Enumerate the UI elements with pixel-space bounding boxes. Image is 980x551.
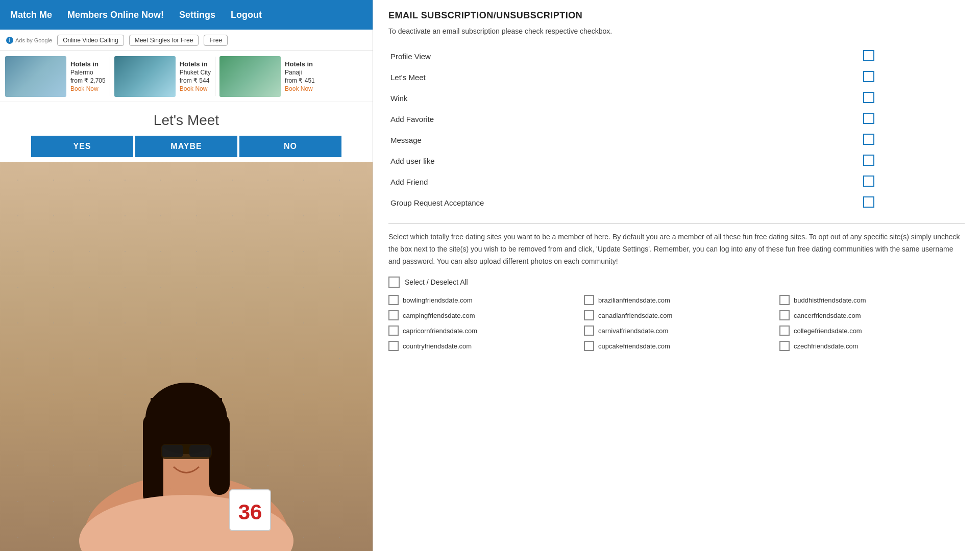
site-item-11: czechfriendsdate.com [779,341,965,351]
site-item-9: countryfriendsdate.com [388,341,574,351]
subscription-row-6: Add Friend [388,171,965,192]
hotel-card-0: Hotels in Palermo from ₹ 2,705 Book Now [5,54,106,98]
hotel-city-0: Palermo [70,69,106,76]
site-name-8: collegefriendsdate.com [794,327,862,335]
ads-label: i Ads by Google [6,37,52,44]
photo-bg: 36 [0,162,373,551]
site-checkbox-5[interactable] [779,310,790,320]
hotel-name-1: Hotels in [180,60,211,68]
subscription-row-2: Wink [388,88,965,109]
nav-logout[interactable]: Logout [231,10,262,20]
site-checkbox-9[interactable] [388,341,399,351]
hotel-divider-1 [110,57,110,96]
site-checkbox-0[interactable] [388,295,399,305]
subscription-label-2: Wink [388,88,853,109]
site-checkbox-7[interactable] [584,325,594,336]
hotels-row: Hotels in Palermo from ₹ 2,705 Book Now … [0,51,373,102]
site-checkbox-3[interactable] [388,310,399,320]
site-name-0: bowlingfriendsdate.com [403,296,473,304]
hotel-city-2: Panaji [285,69,315,76]
email-sub-title: EMAIL SUBSCRIPTION/UNSUBSCRIPTION [388,10,965,21]
site-item-10: cupcakefriendsdate.com [584,341,769,351]
subscription-row-1: Let's Meet [388,67,965,88]
photo-section: 36 [0,162,373,551]
subscription-checkbox-3[interactable] [863,113,874,124]
hotel-card-2: Hotels in Panaji from ₹ 451 Book Now [219,54,315,98]
hotel-info-1: Hotels in Phuket City from ₹ 544 Book No… [180,60,211,92]
subscription-row-7: Group Request Acceptance [388,192,965,213]
meet-btn-yes[interactable]: YES [31,136,133,157]
site-item-1: brazilianfriendsdate.com [584,295,769,305]
site-name-5: cancerfriendsdate.com [794,312,861,319]
ad-btn-free[interactable]: Free [204,35,228,46]
subscription-row-0: Profile View [388,46,965,67]
hotel-price-1: from ₹ 544 [180,77,211,84]
divider-1 [388,223,965,224]
site-item-3: campingfriendsdate.com [388,310,574,320]
free-sites-text: Select which totally free dating sites y… [388,231,965,267]
hotel-info-0: Hotels in Palermo from ₹ 2,705 Book Now [70,60,106,92]
ads-bar: i Ads by Google Online Video Calling Mee… [0,30,373,51]
subscription-label-3: Add Favorite [388,109,853,130]
site-checkbox-4[interactable] [584,310,594,320]
lets-meet-section: Let's Meet YES MAYBE NO [0,102,373,162]
site-name-3: campingfriendsdate.com [403,312,475,319]
meet-buttons: YES MAYBE NO [5,136,368,157]
meet-btn-maybe[interactable]: MAYBE [135,136,237,157]
site-checkbox-2[interactable] [779,295,790,305]
svg-rect-6 [151,398,222,439]
site-name-7: carnivalfriendsdate.com [598,327,668,335]
ad-btn-video[interactable]: Online Video Calling [57,35,124,46]
subscription-checkbox-cell-4 [853,130,965,151]
ad-btn-singles[interactable]: Meet Singles for Free [129,35,199,46]
site-name-4: canadianfriendsdate.com [598,312,672,319]
hotel-price-0: from ₹ 2,705 [70,77,106,84]
site-item-5: cancerfriendsdate.com [779,310,965,320]
subscription-label-0: Profile View [388,46,853,67]
nav-settings[interactable]: Settings [179,10,215,20]
subscription-checkbox-cell-7 [853,192,965,213]
hotel-img-1 [114,56,176,97]
email-sub-subtitle: To deactivate an email subscription plea… [388,26,965,37]
site-item-4: canadianfriendsdate.com [584,310,769,320]
hotel-book-2[interactable]: Book Now [285,85,315,92]
site-item-8: collegefriendsdate.com [779,325,965,336]
hotel-book-1[interactable]: Book Now [180,85,211,92]
subscription-row-4: Message [388,130,965,151]
hotel-divider-2 [215,57,215,96]
nav-members-online[interactable]: Members Online Now! [67,10,164,20]
hotel-price-2: from ₹ 451 [285,77,315,84]
subscription-checkbox-0[interactable] [863,50,874,61]
hotel-img-2 [219,56,281,97]
subscription-checkbox-7[interactable] [863,196,874,208]
select-all-row: Select / Deselect All [388,277,965,288]
site-checkbox-8[interactable] [779,325,790,336]
site-checkbox-6[interactable] [388,325,399,336]
site-checkbox-1[interactable] [584,295,594,305]
site-name-9: countryfriendsdate.com [403,342,472,350]
subscription-checkbox-cell-5 [853,151,965,171]
subscription-label-6: Add Friend [388,171,853,192]
subscription-checkbox-1[interactable] [863,71,874,82]
subscription-checkbox-4[interactable] [863,134,874,145]
subscription-checkbox-cell-1 [853,67,965,88]
hotel-book-0[interactable]: Book Now [70,85,106,92]
site-name-2: buddhistfriendsdate.com [794,296,866,304]
subscription-checkbox-2[interactable] [863,92,874,103]
meet-btn-no[interactable]: NO [239,136,341,157]
site-checkbox-10[interactable] [584,341,594,351]
site-checkbox-11[interactable] [779,341,790,351]
subscription-row-5: Add user like [388,151,965,171]
subscription-checkbox-5[interactable] [863,155,874,166]
svg-rect-9 [189,445,211,457]
subscription-checkbox-6[interactable] [863,176,874,187]
subscription-checkbox-cell-6 [853,171,965,192]
subscription-label-1: Let's Meet [388,67,853,88]
select-all-checkbox[interactable] [388,277,400,288]
nav-match-me[interactable]: Match Me [10,10,52,20]
subscription-label-7: Group Request Acceptance [388,192,853,213]
select-all-label: Select / Deselect All [405,278,468,286]
lets-meet-title: Let's Meet [5,112,368,129]
hotel-name-0: Hotels in [70,60,106,68]
subscription-table: Profile ViewLet's MeetWinkAdd FavoriteMe… [388,46,965,213]
